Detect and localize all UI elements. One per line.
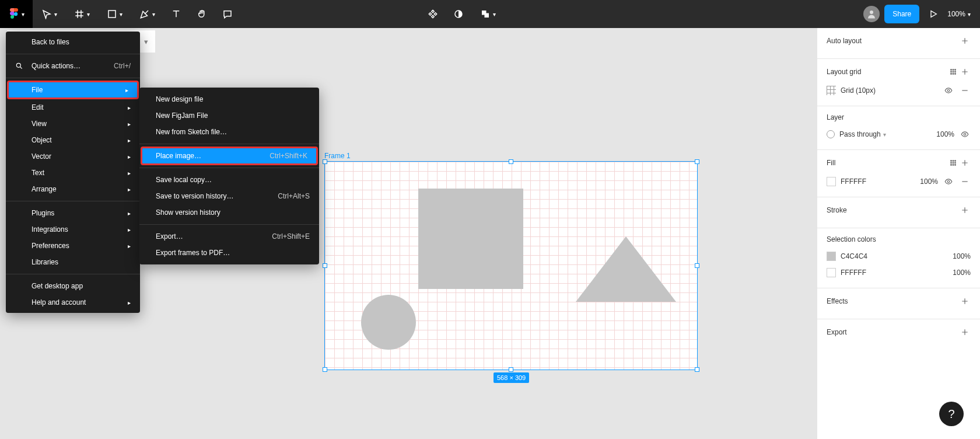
svg-point-7 xyxy=(955,69,956,71)
remove-grid-button[interactable] xyxy=(959,85,971,96)
mask-tool[interactable] xyxy=(446,0,471,28)
frame-tool[interactable] xyxy=(65,0,98,28)
shape-rectangle[interactable] xyxy=(418,189,523,289)
share-button[interactable]: Share xyxy=(884,5,919,23)
caret-down-icon xyxy=(54,10,57,18)
chevron-right-icon xyxy=(128,169,131,177)
selection-handle[interactable] xyxy=(323,159,327,164)
add-stroke-button[interactable] xyxy=(959,204,971,216)
selection-handle[interactable] xyxy=(695,263,699,268)
zoom-control[interactable]: 100% xyxy=(947,10,971,18)
section-fill: Fill FFFFFF 100% xyxy=(817,150,980,197)
grid-label[interactable]: Grid (10px) xyxy=(841,86,938,95)
blend-mode-icon[interactable] xyxy=(827,130,835,138)
submenu-export[interactable]: Export… Ctrl+Shift+E xyxy=(139,228,319,245)
menu-preferences[interactable]: Preferences xyxy=(6,238,140,254)
fill-swatch[interactable] xyxy=(827,177,836,186)
sel-color-hex[interactable]: FFFFFF xyxy=(841,269,948,277)
add-grid-button[interactable] xyxy=(959,66,971,78)
auto-layout-title: Auto layout xyxy=(827,37,862,45)
submenu-show-history[interactable]: Show version history xyxy=(139,204,319,221)
sel-color-opacity[interactable]: 100% xyxy=(953,269,971,277)
submenu-save-history[interactable]: Save to version history… Ctrl+Alt+S xyxy=(139,188,319,204)
eye-icon xyxy=(961,130,969,138)
menu-divider xyxy=(6,54,140,54)
layer-visibility-button[interactable] xyxy=(959,128,971,140)
fill-title: Fill xyxy=(827,159,835,167)
svg-point-20 xyxy=(953,162,954,163)
hand-tool[interactable] xyxy=(189,0,215,28)
menu-view[interactable]: View xyxy=(6,116,140,132)
menu-edit[interactable]: Edit xyxy=(6,99,140,116)
submenu-new-figjam[interactable]: New FigJam File xyxy=(139,107,319,124)
svg-point-23 xyxy=(953,165,954,166)
sel-color-opacity[interactable]: 100% xyxy=(953,252,971,260)
submenu-place-image[interactable]: Place image… Ctrl+Shift+K xyxy=(142,148,317,164)
properties-panel: Auto layout Layout grid Grid (10px) xyxy=(817,28,980,439)
grid-swatch-icon[interactable] xyxy=(827,86,836,95)
svg-point-5 xyxy=(951,69,952,71)
add-auto-layout-button[interactable] xyxy=(959,35,971,47)
submenu-save-local[interactable]: Save local copy… xyxy=(139,172,319,188)
add-export-button[interactable] xyxy=(959,326,971,338)
menu-quick-actions[interactable]: Quick actions… Ctrl+/ xyxy=(6,58,140,74)
fill-styles-button[interactable] xyxy=(947,157,959,169)
menu-plugins[interactable]: Plugins xyxy=(6,205,140,221)
prototype-play-button[interactable] xyxy=(924,0,943,28)
menu-object[interactable]: Object xyxy=(6,132,140,148)
fill-opacity[interactable]: 100% xyxy=(920,177,938,186)
shape-polygon[interactable] xyxy=(576,236,676,302)
shape-tool[interactable] xyxy=(98,0,131,28)
submenu-new-design[interactable]: New design file xyxy=(139,91,319,107)
selection-handle[interactable] xyxy=(323,263,327,268)
component-tool[interactable] xyxy=(420,0,446,28)
add-fill-button[interactable] xyxy=(959,157,971,169)
comment-tool[interactable] xyxy=(215,0,240,28)
sel-color-swatch[interactable] xyxy=(827,268,836,277)
frame-name-label[interactable]: Frame 1 xyxy=(324,152,351,160)
selection-handle[interactable] xyxy=(323,367,327,372)
menu-arrange[interactable]: Arrange xyxy=(6,181,140,197)
section-layer: Layer Pass through ▾ 100% xyxy=(817,106,980,150)
menu-libraries[interactable]: Libraries xyxy=(6,254,140,270)
fill-hex[interactable]: FFFFFF xyxy=(841,177,915,186)
sel-color-swatch[interactable] xyxy=(827,252,836,261)
menu-file[interactable]: File xyxy=(8,82,138,98)
grid-settings-button[interactable] xyxy=(947,66,959,78)
shape-ellipse[interactable] xyxy=(361,295,416,350)
help-button[interactable]: ? xyxy=(939,402,964,426)
grid-visibility-button[interactable] xyxy=(943,85,954,96)
submenu-new-sketch[interactable]: New from Sketch file… xyxy=(139,124,319,140)
boolean-tool[interactable] xyxy=(471,0,504,28)
menu-get-desktop-app[interactable]: Get desktop app xyxy=(6,278,140,294)
menu-vector[interactable]: Vector xyxy=(6,148,140,165)
text-tool[interactable] xyxy=(163,0,189,28)
selection-handle[interactable] xyxy=(695,367,699,372)
zoom-value: 100% xyxy=(947,10,965,18)
topbar-right: Share 100% xyxy=(863,0,980,28)
menu-integrations[interactable]: Integrations xyxy=(6,221,140,238)
menu-back-to-files[interactable]: Back to files xyxy=(6,34,140,50)
svg-point-11 xyxy=(951,74,952,75)
fill-visibility-button[interactable] xyxy=(943,176,954,187)
main-menu-button[interactable] xyxy=(0,0,33,28)
plus-icon xyxy=(961,68,969,76)
move-tool[interactable] xyxy=(33,0,65,28)
selection-handle[interactable] xyxy=(509,159,513,164)
svg-point-22 xyxy=(951,165,952,166)
layer-opacity[interactable]: 100% xyxy=(936,130,954,138)
remove-fill-button[interactable] xyxy=(959,176,971,187)
sel-color-hex[interactable]: C4C4C4 xyxy=(841,252,948,260)
add-effect-button[interactable] xyxy=(959,295,971,307)
section-stroke: Stroke xyxy=(817,197,980,228)
pen-tool[interactable] xyxy=(131,0,163,28)
selection-handle[interactable] xyxy=(695,159,699,164)
frame[interactable] xyxy=(324,161,698,370)
submenu-export-pdf[interactable]: Export frames to PDF… xyxy=(139,245,319,261)
chevron-right-icon xyxy=(128,225,131,234)
menu-help-account[interactable]: Help and account xyxy=(6,294,140,311)
menu-text[interactable]: Text xyxy=(6,165,140,181)
selection-handle[interactable] xyxy=(509,367,513,372)
blend-mode-select[interactable]: Pass through ▾ xyxy=(839,130,932,138)
avatar[interactable] xyxy=(863,6,880,22)
